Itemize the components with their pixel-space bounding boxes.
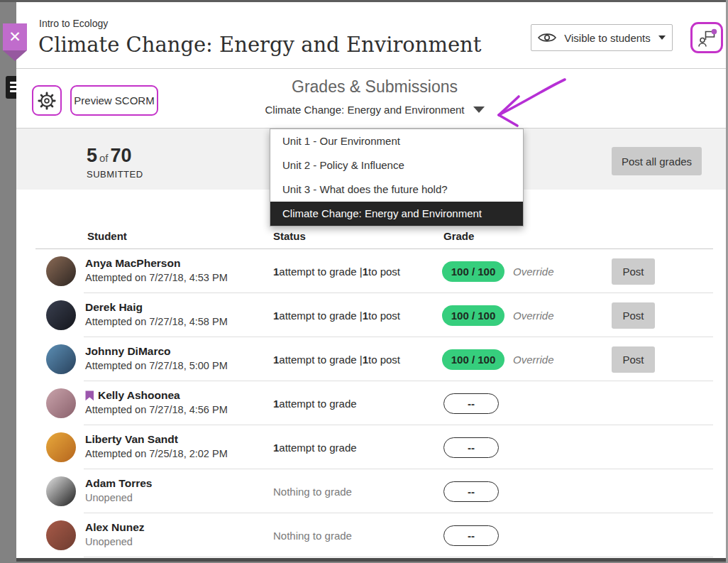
table-row[interactable]: Adam Torres Unopened Nothing to grade -- <box>16 469 726 513</box>
annotation-arrow <box>481 73 573 130</box>
status-cell: 1 attempt to grade | 1 to post <box>273 249 400 293</box>
main-panel: Intro to Ecology Climate Change: Energy … <box>16 2 726 560</box>
student-name: Liberty Van Sandt <box>85 433 178 446</box>
student-detail: Attempted on 7/27/18, 4:56 PM <box>85 404 228 415</box>
status-cell: Nothing to grade <box>273 513 352 557</box>
status-cell: 1 attempt to grade | 1 to post <box>273 293 400 337</box>
dropdown-item[interactable]: Unit 1 - Our Environment <box>270 129 523 153</box>
eye-icon <box>538 32 556 43</box>
student-name: Kelly Ashoonea <box>98 389 180 402</box>
avatar <box>46 344 76 374</box>
table-row[interactable]: Anya MacPherson Attempted on 7/27/18, 4:… <box>16 249 726 293</box>
visibility-label: Visible to students <box>564 32 650 44</box>
student-cell: Anya MacPherson Attempted on 7/27/18, 4:… <box>85 257 228 283</box>
student-detail: Attempted on 7/25/18, 2:02 PM <box>85 448 228 459</box>
empty-grade-pill[interactable]: -- <box>443 525 499 546</box>
empty-grade-pill[interactable]: -- <box>443 481 499 502</box>
student-detail: Unopened <box>85 492 152 503</box>
status-cell: Nothing to grade <box>273 469 352 513</box>
student-name: Adam Torres <box>85 477 152 490</box>
grade-pill[interactable]: 100 / 100 <box>442 305 504 326</box>
post-button[interactable]: Post <box>612 258 655 285</box>
of-label: of <box>97 152 111 164</box>
avatar <box>46 300 76 330</box>
table-row[interactable]: Derek Haig Attempted on 7/27/18, 4:58 PM… <box>16 293 726 337</box>
student-flag-icon <box>85 390 94 401</box>
dropdown-item[interactable]: Climate Change: Energy and Environment <box>270 202 523 226</box>
student-cell: Liberty Van Sandt Attempted on 7/25/18, … <box>85 433 228 459</box>
student-detail: Unopened <box>85 536 145 547</box>
post-button[interactable]: Post <box>612 302 655 329</box>
empty-grade-pill[interactable]: -- <box>443 437 499 458</box>
student-name: Derek Haig <box>85 301 143 314</box>
student-detail: Attempted on 7/27/18, 4:53 PM <box>85 272 228 283</box>
header-divider <box>16 68 726 69</box>
empty-grade-pill[interactable]: -- <box>443 393 499 414</box>
status-cell: 1 attempt to grade <box>273 425 357 469</box>
post-button[interactable]: Post <box>612 346 655 373</box>
avatar <box>46 432 76 462</box>
content-dropdown-menu: Unit 1 - Our EnvironmentUnit 2 - Policy … <box>270 129 524 226</box>
grade-pill[interactable]: 100 / 100 <box>442 349 504 370</box>
total-count: 70 <box>111 145 132 166</box>
dropdown-item[interactable]: Unit 3 - What does the future hold? <box>270 177 523 202</box>
content-selector-dropdown[interactable]: Climate Change: Energy and Environment <box>16 104 728 116</box>
override-label: Override <box>513 293 554 337</box>
status-cell: 1 attempt to grade | 1 to post <box>273 337 400 381</box>
visibility-dropdown-button[interactable]: Visible to students <box>531 24 673 51</box>
grade-pill[interactable]: 100 / 100 <box>442 261 504 282</box>
window-top-border <box>0 0 728 2</box>
student-detail: Attempted on 7/27/18, 5:00 PM <box>85 360 228 371</box>
avatar <box>46 388 76 418</box>
chevron-down-icon <box>658 35 666 40</box>
override-label: Override <box>513 249 554 293</box>
student-cell: Johnny DiMarco Attempted on 7/27/18, 5:0… <box>85 345 228 371</box>
column-header-grade: Grade <box>443 230 474 242</box>
table-row[interactable]: Liberty Van Sandt Attempted on 7/25/18, … <box>16 425 726 469</box>
submitted-caption: SUBMITTED <box>87 169 143 180</box>
student-cell: Adam Torres Unopened <box>85 477 152 503</box>
table-row[interactable]: Johnny DiMarco Attempted on 7/27/18, 5:0… <box>16 337 726 381</box>
close-button-fold <box>3 50 27 61</box>
student-cell: Alex Nunez Unopened <box>85 521 145 547</box>
student-detail: Attempted on 7/27/18, 4:58 PM <box>85 316 228 327</box>
column-header-status: Status <box>273 230 306 242</box>
submission-stats: 5of70 SUBMITTED <box>87 145 143 180</box>
table-row[interactable]: Kelly Ashoonea Attempted on 7/27/18, 4:5… <box>16 381 726 425</box>
post-all-grades-button[interactable]: Post all grades <box>612 147 702 175</box>
window-bottom-border <box>16 558 726 562</box>
page-title: Climate Change: Energy and Environment <box>38 33 481 57</box>
submitted-count: 5 <box>87 145 97 166</box>
close-icon[interactable]: ✕ <box>3 23 27 50</box>
grades-submissions-title: Grades & Submissions <box>16 77 728 97</box>
student-name: Anya MacPherson <box>85 257 180 270</box>
content-selector-label: Climate Change: Energy and Environment <box>265 104 465 116</box>
column-header-student: Student <box>87 230 127 242</box>
student-name: Alex Nunez <box>85 521 145 534</box>
student-cell: Kelly Ashoonea Attempted on 7/27/18, 4:5… <box>85 389 228 415</box>
row-separator <box>84 557 713 557</box>
grades-table-body: Anya MacPherson Attempted on 7/27/18, 4:… <box>16 249 726 557</box>
avatar <box>46 520 76 550</box>
student-preview-button[interactable] <box>690 22 723 53</box>
dropdown-item[interactable]: Unit 2 - Policy & Influence <box>270 153 523 177</box>
student-cell: Derek Haig Attempted on 7/27/18, 4:58 PM <box>85 301 228 327</box>
person-flag-icon <box>696 27 717 48</box>
avatar <box>46 476 76 506</box>
table-row[interactable]: Alex Nunez Unopened Nothing to grade -- <box>16 513 726 557</box>
student-name: Johnny DiMarco <box>85 345 171 358</box>
course-name: Intro to Ecology <box>39 18 108 29</box>
status-cell: 1 attempt to grade <box>273 381 357 425</box>
avatar <box>46 256 76 286</box>
override-label: Override <box>513 337 554 381</box>
